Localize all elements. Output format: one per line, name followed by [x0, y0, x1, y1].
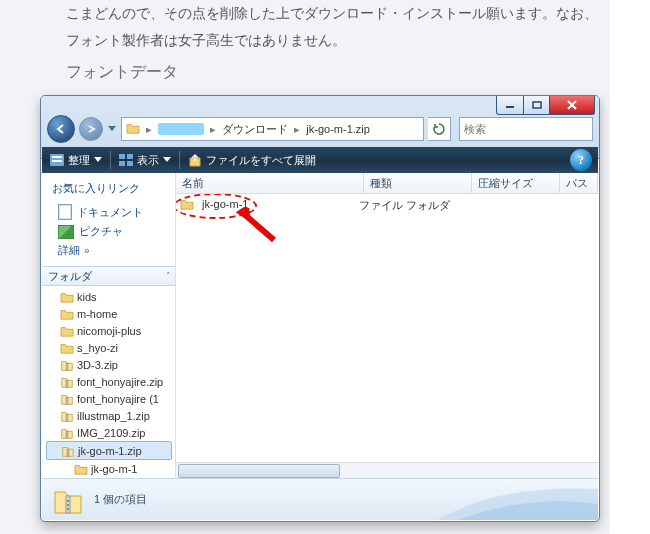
crumb-user[interactable] [158, 123, 204, 135]
tree-item[interactable]: IMG_2109.zip [46, 424, 175, 441]
tree-item[interactable]: m-home [46, 305, 175, 322]
chevron-down-icon [94, 157, 102, 163]
help-button[interactable]: ? [570, 149, 592, 171]
crumb-downloads[interactable]: ダウンロード [222, 122, 288, 137]
minimize-button[interactable] [496, 96, 524, 115]
svg-rect-7 [127, 154, 133, 159]
tree-item[interactable]: font_honyajire.zip [46, 373, 175, 390]
col-size[interactable]: 圧縮サイズ [472, 173, 560, 193]
status-bar: 1 個の項目 [42, 478, 598, 520]
status-decoration [438, 479, 598, 520]
left-pane: お気に入りリンク ドキュメント ピクチャ 詳細 » フォルダ [42, 173, 176, 479]
col-path[interactable]: パス [560, 173, 598, 193]
scrollbar-thumb[interactable] [178, 464, 340, 478]
address-bar[interactable]: ▸ ▸ ダウンロード ▸ jk-go-m-1.zip [121, 117, 424, 141]
forward-button[interactable] [79, 117, 103, 141]
status-text: 1 個の項目 [94, 492, 147, 507]
svg-rect-13 [66, 414, 68, 421]
favorites-section: お気に入りリンク ドキュメント ピクチャ 詳細 » [42, 173, 175, 266]
organize-menu[interactable]: 整理 [42, 147, 110, 173]
svg-rect-11 [66, 380, 68, 387]
favorites-header: お気に入りリンク [52, 181, 167, 196]
tree-item[interactable]: kids [46, 288, 175, 305]
document-icon [58, 204, 72, 220]
close-button[interactable] [549, 96, 595, 115]
svg-rect-19 [67, 508, 69, 510]
tree-item[interactable]: nicomoji-plus [46, 322, 175, 339]
explorer-body: お気に入りリンク ドキュメント ピクチャ 詳細 » フォルダ [42, 173, 598, 479]
refresh-button[interactable] [428, 117, 451, 141]
folders-header[interactable]: フォルダ ˄ [42, 266, 175, 286]
svg-rect-8 [119, 161, 125, 166]
fav-documents[interactable]: ドキュメント [52, 202, 167, 222]
fav-more[interactable]: 詳細 » [52, 241, 167, 260]
tree-item[interactable]: s_hyo-zi [46, 339, 175, 356]
explorer-window: ▸ ▸ ダウンロード ▸ jk-go-m-1.zip [40, 95, 600, 522]
extract-all-button[interactable]: ファイルをすべて展開 [180, 147, 324, 173]
tree-item[interactable]: jk-go-m-1.zip [46, 441, 172, 460]
svg-rect-10 [66, 363, 68, 370]
chevron-right-icon[interactable]: ▸ [292, 123, 302, 136]
svg-rect-5 [52, 160, 62, 162]
svg-rect-18 [67, 504, 69, 506]
back-button[interactable] [47, 115, 75, 143]
file-list-pane: 名前 種類 圧縮サイズ パス jk-go-m-1 ファイル フォルダ [176, 173, 598, 479]
tree-item[interactable]: 3D-3.zip [46, 356, 175, 373]
folder-tree[interactable]: kidsm-homenicomoji-pluss_hyo-zi3D-3.zipf… [42, 286, 175, 479]
svg-rect-1 [533, 102, 541, 108]
views-menu[interactable]: 表示 [111, 147, 179, 173]
tree-item[interactable]: jk-go-m-1 [46, 460, 175, 477]
svg-rect-0 [506, 106, 514, 108]
command-bar: 整理 表示 ファイルをすべて展開 ? [42, 147, 598, 173]
svg-rect-4 [52, 156, 62, 158]
page-paragraph: こまどんので、その点を削除した上でダウンロード・インストール願います。なお、フォ… [66, 0, 606, 53]
tree-item[interactable]: font_honyajire (1 [46, 390, 175, 407]
col-type[interactable]: 種類 [364, 173, 472, 193]
page-heading: フォントデータ [66, 62, 178, 83]
file-list[interactable]: jk-go-m-1 ファイル フォルダ [176, 194, 598, 462]
annotation-arrow [236, 208, 276, 242]
file-type: ファイル フォルダ [359, 198, 450, 213]
maximize-button[interactable] [523, 96, 550, 115]
svg-rect-6 [119, 154, 125, 159]
chevron-right-icon[interactable]: ▸ [144, 123, 154, 136]
chevron-right-icon[interactable]: ▸ [208, 123, 218, 136]
search-box[interactable] [459, 117, 593, 141]
crumb-archive[interactable]: jk-go-m-1.zip [306, 123, 370, 135]
nav-history-dropdown[interactable] [107, 119, 117, 139]
svg-rect-17 [67, 500, 69, 502]
navigation-bar: ▸ ▸ ダウンロード ▸ jk-go-m-1.zip [47, 115, 593, 143]
col-name[interactable]: 名前 [176, 173, 364, 193]
column-headers: 名前 種類 圧縮サイズ パス [176, 173, 598, 194]
horizontal-scrollbar[interactable] [176, 462, 598, 479]
titlebar-buttons [497, 96, 595, 115]
fav-pictures[interactable]: ピクチャ [52, 222, 167, 241]
svg-rect-12 [66, 397, 68, 404]
tree-item[interactable]: illustmap_1.zip [46, 407, 175, 424]
zip-folder-icon [52, 484, 84, 516]
chevron-down-icon [163, 157, 171, 163]
chevrons-right-icon: » [84, 245, 90, 256]
pictures-icon [58, 225, 74, 239]
svg-rect-9 [127, 161, 133, 166]
search-input[interactable] [460, 123, 600, 135]
svg-rect-14 [66, 431, 68, 438]
collapse-icon: ˄ [166, 271, 169, 281]
svg-rect-15 [67, 449, 69, 456]
folder-icon [126, 122, 140, 136]
